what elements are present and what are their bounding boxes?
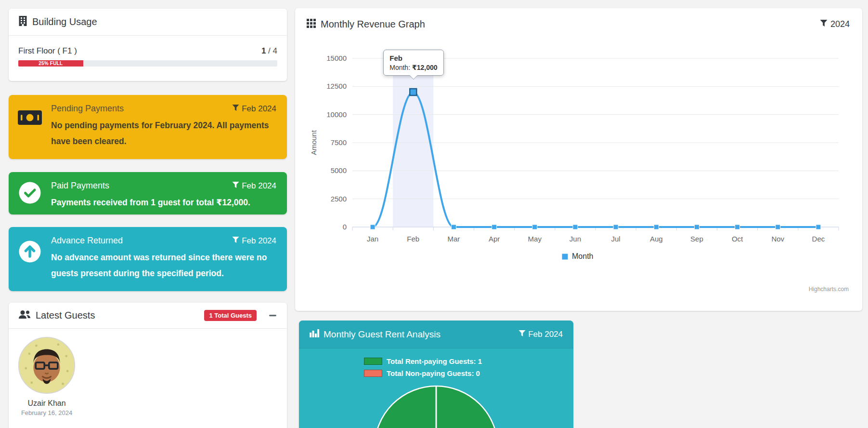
floor-occupancy-count: 1 / 4 [261,46,277,56]
floor-progress-bar: 25% FULL [18,60,277,67]
rent-pie-chart[interactable] [299,383,573,428]
paid-payments-card: Paid Payments Feb 2024 Payments received… [9,172,287,214]
filter-icon [232,104,239,114]
latest-guests-title: Latest Guests [36,310,95,321]
svg-text:Feb: Feb [407,235,419,243]
svg-text:Amount: Amount [310,130,318,155]
legend-swatch-red [364,370,382,377]
svg-text:Month: Month [572,252,593,260]
latest-guests-header: Latest Guests 1 Total Guests [9,303,287,329]
svg-text:Dec: Dec [812,235,825,243]
floor-progress-label: 25% FULL [39,61,63,66]
chart-tooltip: Feb Month: ₹12,000 [383,50,443,76]
people-icon [18,310,31,321]
advance-returned-message: No advance amount was returned since the… [51,250,276,281]
month-filter[interactable]: Feb 2024 [518,330,563,339]
filter-icon [232,236,239,246]
svg-text:Jan: Jan [367,235,378,243]
guest-date: February 16, 2024 [14,409,79,416]
tooltip-value: Month: ₹12,000 [389,64,437,71]
building-usage-title: Building Usage [32,16,97,27]
svg-text:0: 0 [343,223,347,231]
grid-icon [307,19,316,30]
building-usage-body: First Floor ( F1 ) 1 / 4 25% FULL [9,36,287,67]
guest-name: Uzair Khan [14,399,79,408]
filter-icon [820,19,828,29]
svg-text:5000: 5000 [331,166,347,174]
svg-text:15000: 15000 [326,54,347,62]
pending-payments-message: No pending payments for February 2024. A… [51,118,276,149]
pending-payments-title: Pending Payments [51,104,124,114]
svg-text:Apr: Apr [489,235,500,243]
check-circle-icon [9,172,51,214]
building-usage-card: Building Usage First Floor ( F1 ) 1 / 4 … [9,9,287,81]
building-icon [18,16,27,28]
money-bill-icon [9,95,51,159]
legend-item-nonpaying: Total Non-paying Guests: 0 [364,369,508,377]
svg-text:Nov: Nov [771,235,784,243]
svg-text:Mar: Mar [447,235,460,243]
svg-text:May: May [528,235,542,243]
floor-progress-fill: 25% FULL [18,60,83,67]
filter-icon [232,181,239,191]
guest-item[interactable]: Uzair Khan February 16, 2024 [14,336,79,416]
svg-text:Sep: Sep [690,235,703,243]
svg-text:12500: 12500 [326,82,347,90]
arrow-circle-up-icon [9,227,51,291]
legend-swatch-green [364,358,382,365]
collapse-icon[interactable] [269,315,276,317]
pending-payments-card: Pending Payments Feb 2024 No pending pay… [9,95,287,159]
rent-analysis-header: Monthly Guest Rent Analysis Feb 2024 [299,321,573,348]
paid-payments-message: Payments received from 1 guest for total… [51,195,276,211]
advance-returned-title: Advance Returned [51,236,123,246]
legend-item-paying: Total Rent-paying Guests: 1 [364,357,508,365]
guest-avatar [18,388,76,396]
filter-icon [518,330,526,339]
advance-returned-card: Advance Returned Feb 2024 No advance amo… [9,227,287,291]
advance-returned-filter[interactable]: Feb 2024 [232,236,276,246]
svg-text:Jul: Jul [611,235,620,243]
svg-text:10000: 10000 [326,110,347,119]
total-guests-badge: 1 Total Guests [204,310,257,321]
bar-chart-icon [310,329,319,339]
rent-analysis-title: Monthly Guest Rent Analysis [324,329,440,340]
tooltip-title: Feb [389,54,437,62]
monthly-revenue-card: Monthly Revenue Graph 2024 0250050007500… [295,8,862,311]
svg-text:Oct: Oct [732,235,743,243]
floor-name: First Floor ( F1 ) [18,46,77,56]
svg-text:Aug: Aug [650,235,663,243]
paid-payments-title: Paid Payments [51,181,109,191]
revenue-header: Monthly Revenue Graph 2024 [295,8,862,30]
svg-text:2500: 2500 [331,195,347,203]
building-usage-header: Building Usage [9,9,287,36]
svg-text:7500: 7500 [331,138,347,147]
rent-legend: Total Rent-paying Guests: 1 Total Non-pa… [299,357,573,377]
revenue-title: Monthly Revenue Graph [321,19,425,30]
pending-payments-filter[interactable]: Feb 2024 [232,104,276,114]
year-filter[interactable]: 2024 [820,19,850,29]
rent-analysis-card: Monthly Guest Rent Analysis Feb 2024 Tot… [299,321,573,428]
revenue-chart: 0250050007500100001250015000JanFebMarApr… [307,37,851,263]
highcharts-credit[interactable]: Highcharts.com [809,286,849,293]
svg-text:Jun: Jun [570,235,581,243]
latest-guests-card: Latest Guests 1 Total Guests Uzair [9,303,287,428]
paid-payments-filter[interactable]: Feb 2024 [232,181,276,191]
